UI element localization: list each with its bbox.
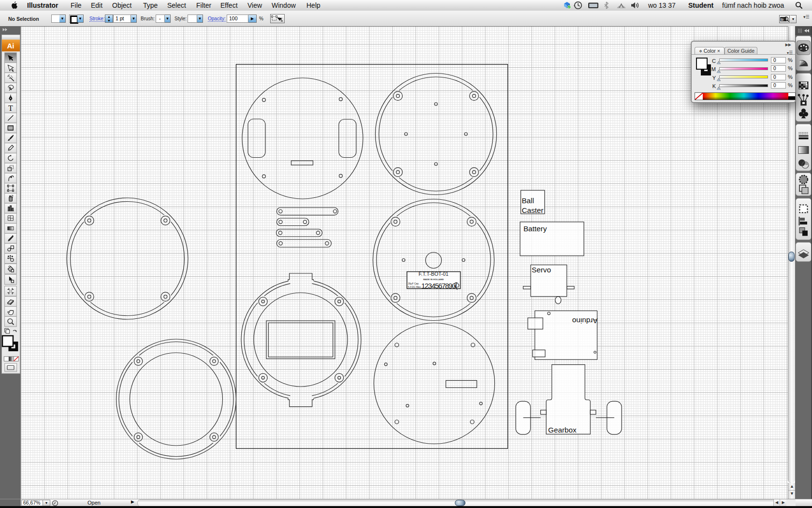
svg-text:Servo: Servo — [532, 266, 551, 274]
svg-text:Gearbox: Gearbox — [548, 426, 577, 434]
svg-text:Arduino: Arduino — [572, 317, 598, 325]
svg-text:MADE IN HOLLAND: MADE IN HOLLAND — [423, 278, 444, 281]
svg-text:39μF Cap.: 39μF Cap. — [408, 282, 419, 285]
svg-text:Ball: Ball — [522, 196, 534, 205]
svg-text:T: T — [8, 104, 13, 112]
svg-text:F.T.T-BOT-01: F.T.T-BOT-01 — [419, 271, 449, 277]
svg-text:Br: Br — [781, 18, 784, 21]
svg-text:Ai: Ai — [7, 42, 14, 50]
svg-text:Battery: Battery — [523, 224, 547, 233]
svg-text:1234567890(: 1234567890( — [421, 282, 458, 290]
svg-text:Caster: Caster — [522, 206, 543, 214]
svg-text:5.4 DC Max.: 5.4 DC Max. — [408, 285, 421, 288]
